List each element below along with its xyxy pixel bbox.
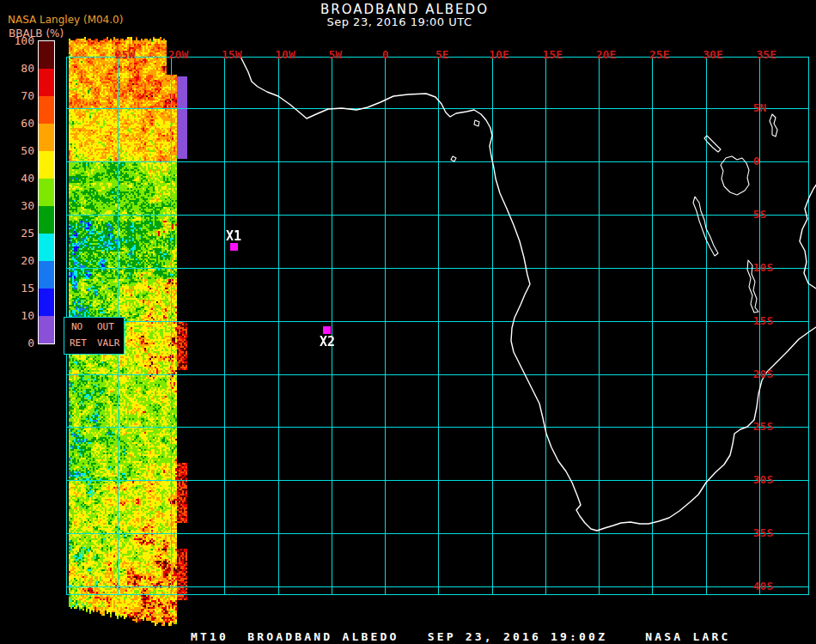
- marker-label-x2: X2: [320, 334, 335, 349]
- coastline-path: [241, 57, 816, 531]
- lat-label-40S: 40S: [753, 580, 773, 592]
- lake-outline: [451, 156, 456, 161]
- lon-label-30E: 30E: [703, 49, 723, 61]
- lon-label-5W: 5W: [329, 49, 343, 61]
- lat-label-20S: 20S: [753, 368, 773, 380]
- marker-square-x1: [230, 243, 238, 251]
- coastline-path: [800, 181, 816, 290]
- albedo-map-screen: BROADBAND ALBEDO Sep 23, 2016 19:00 UTC …: [0, 0, 816, 644]
- lat-label-30S: 30S: [753, 474, 773, 486]
- lake-outline: [770, 114, 777, 137]
- lon-label-0: 0: [382, 49, 389, 61]
- lat-label-5S: 5S: [753, 209, 767, 221]
- flag-ret: RET: [70, 337, 87, 349]
- map-border: [67, 58, 809, 595]
- flag-legend: NO OUT RET VALR: [64, 317, 125, 355]
- lake-outline: [693, 197, 718, 256]
- lat-label-35S: 35S: [753, 527, 773, 539]
- lon-label-20W: 20W: [168, 49, 188, 61]
- marker-square-x2: [323, 326, 331, 334]
- lat-label-5N: 5N: [753, 102, 767, 114]
- flag-valr: VALR: [97, 337, 120, 349]
- lon-label-10W: 10W: [276, 49, 295, 61]
- lon-label-35E: 35E: [757, 49, 776, 61]
- lon-label-25E: 25E: [649, 49, 669, 61]
- lat-label-25S: 25S: [753, 421, 773, 433]
- lon-label-15W: 15W: [222, 49, 241, 61]
- lon-label-5E: 5E: [435, 49, 449, 61]
- lon-label-20E: 20E: [596, 49, 616, 61]
- lon-label-15E: 15E: [543, 49, 563, 61]
- lat-label-10S: 10S: [753, 262, 773, 274]
- lon-label-10E: 10E: [490, 49, 509, 61]
- lat-label-15S: 15S: [753, 315, 773, 327]
- marker-label-x1: X1: [226, 228, 241, 244]
- lat-label-0: 0: [753, 155, 760, 167]
- lon-label-25W: 25W: [115, 49, 135, 61]
- flag-no: NO: [71, 321, 82, 332]
- lake-outline: [474, 120, 479, 126]
- flag-out: OUT: [97, 321, 114, 332]
